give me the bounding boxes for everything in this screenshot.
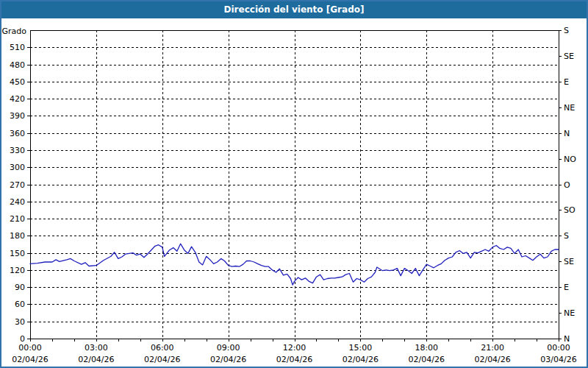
compass-label: SE [564,257,574,266]
y-tick-label: 120 [10,266,25,275]
y-tick-label: 450 [10,77,25,87]
y-tick-label: 420 [10,94,25,104]
x-tick-date-label: 03/04/26 [540,355,576,364]
x-tick-time-label: 03:00 [85,343,108,353]
y-tick-label: 30 [15,317,25,327]
compass-label: NE [564,308,575,318]
chart-title-bar: Dirección del viento [Grado] [1,1,587,18]
y-tick-label: 300 [10,163,25,172]
compass-label: NO [564,155,576,164]
compass-label: SO [564,205,576,215]
compass-label: O [564,180,570,190]
compass-label: NE [564,103,575,113]
x-tick-date-label: 02/04/26 [474,355,510,364]
y-tick-label: 210 [10,214,25,224]
x-tick-date-label: 02/04/26 [210,355,246,364]
x-tick-time-label: 18:00 [415,343,438,353]
x-tick-date-label: 02/04/26 [12,355,48,364]
wind-direction-line [30,244,559,285]
y-tick-label: 330 [10,146,25,155]
x-tick-time-label: 21:00 [481,343,504,353]
compass-label: S [564,231,569,241]
chart-title: Dirección del viento [Grado] [224,4,365,15]
compass-label: N [564,334,570,344]
y-tick-label: 390 [10,111,25,121]
y-tick-label: 270 [10,180,25,190]
compass-label: SE [564,52,574,61]
compass-label: E [564,283,569,292]
x-tick-date-label: 02/04/26 [78,355,114,364]
y-tick-label: 360 [10,129,25,138]
y-tick-label: 480 [10,60,25,70]
x-tick-date-label: 02/04/26 [343,355,379,364]
y-axis-unit-label: Grado [2,26,27,36]
compass-label: S [564,26,569,35]
x-tick-time-label: 00:00 [547,343,570,353]
x-tick-date-label: 02/04/26 [409,355,445,364]
compass-label: E [564,77,569,87]
x-tick-date-label: 02/04/26 [276,355,312,364]
y-tick-label: 60 [15,300,25,309]
y-tick-label: 150 [10,249,25,258]
y-tick-label: 90 [15,283,25,292]
chart-window: Dirección del viento [Grado] 51048045042… [0,0,588,368]
x-tick-time-label: 09:00 [217,343,240,353]
x-tick-time-label: 00:00 [18,343,42,353]
wind-direction-chart: 5104804504203903603303002702402101801501… [1,1,587,367]
x-tick-date-label: 02/04/26 [144,355,180,364]
y-tick-label: 510 [10,43,25,52]
x-tick-time-label: 06:00 [151,343,174,353]
x-tick-time-label: 12:00 [283,343,306,353]
y-tick-label: 180 [10,231,25,241]
x-tick-time-label: 15:00 [349,343,373,353]
y-tick-label: 240 [10,197,25,207]
compass-label: N [564,129,570,138]
